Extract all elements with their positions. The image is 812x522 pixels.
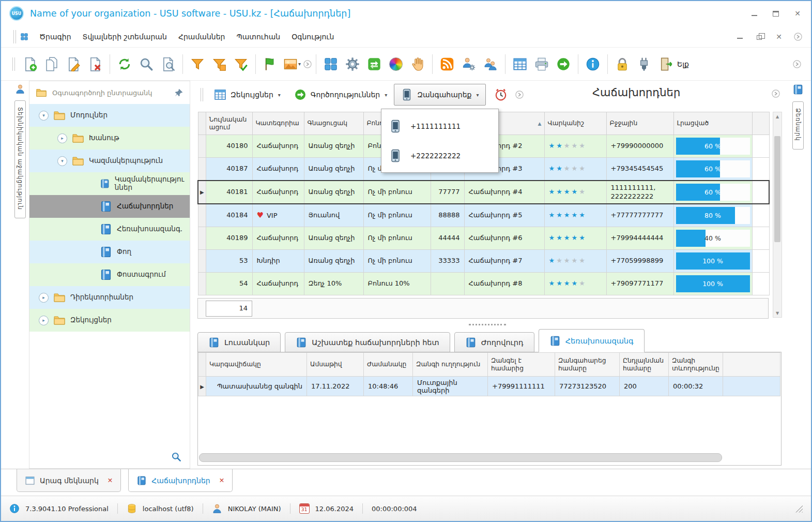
sidebar-item-money[interactable]: Փող <box>29 241 190 263</box>
column-header-mobile[interactable]: Բջջային <box>606 112 673 135</box>
tab-work-with-clients[interactable]: Աշխատեք հաճախորդների հետ <box>285 332 450 352</box>
maximize-button[interactable] <box>771 8 781 19</box>
tab-quick-start[interactable]: Արագ մեկնարկ ✕ <box>17 469 121 492</box>
table-row[interactable]: 40184 ♥VIP Յուանով Ոչ մի բոնուս 88888 Հա… <box>198 204 769 227</box>
column-header-time[interactable]: Ժամանակը <box>364 353 413 377</box>
sidebar-item-organizations[interactable]: Կազմակերպություններ <box>29 172 190 195</box>
user-roles-button[interactable] <box>458 52 480 77</box>
delete-record-button[interactable] <box>84 52 106 77</box>
column-header-date[interactable]: Ամսաթիվ <box>307 353 364 377</box>
sidebar-item-reports[interactable]: ▸ Զեկույցներ <box>29 309 190 332</box>
lock-button[interactable] <box>611 52 633 77</box>
manual-vertical-tab[interactable]: Ձեռնարկ <box>792 101 804 150</box>
filter-custom-button[interactable] <box>208 52 230 77</box>
reports-dropdown-button[interactable]: Զեկույցներ ▾ <box>207 84 287 106</box>
call-row[interactable]: ▶ Պատասխանեց զանգին 17.11.2022 10:48:46 … <box>198 377 780 396</box>
menubar-options-button[interactable] <box>793 32 803 41</box>
menu-database[interactable]: Տվյալների շտեմարան <box>77 30 173 43</box>
sidebar-item-modules[interactable]: ▾ Մոդուլներ <box>29 104 190 127</box>
report-table-button[interactable] <box>509 52 531 77</box>
table-row-selected[interactable]: ▶ 40181 Հաճախորդ Առանց զեղչի Ոչ մի բոնու… <box>198 181 769 204</box>
news-feed-button[interactable] <box>436 52 458 77</box>
image-button[interactable]: ▾ <box>281 52 303 77</box>
users-button[interactable] <box>480 52 501 77</box>
toolbar-more-button[interactable] <box>303 59 312 69</box>
actions-dropdown-button[interactable]: Գործողություններ ▾ <box>287 84 394 106</box>
table-row[interactable]: 40189 Հաճախորդ Առանց զեղչի Ոչ մի բոնուս … <box>198 227 769 250</box>
table-row[interactable]: 54 Հաճախորդ Զեղչ 10% Բոնուս 10% Հաճախորդ… <box>198 273 769 295</box>
module-toolbar-more-button[interactable] <box>515 90 524 99</box>
sidebar-item-clients[interactable]: Հաճախորդներ <box>29 195 190 218</box>
menu-help[interactable]: Օգնություն <box>286 30 340 43</box>
refresh-button[interactable] <box>114 52 135 77</box>
colors-button[interactable] <box>385 52 407 77</box>
column-header-price-list[interactable]: Գնացուցակ <box>304 112 363 135</box>
call-number-item[interactable]: +1111111111 <box>381 111 498 141</box>
tab-people[interactable]: Ժողովուրդ <box>454 332 534 352</box>
table-row[interactable]: 53 Խնդիր Առանց զեղչի Ոչ մի բոնուս 33333 … <box>198 250 769 273</box>
close-button[interactable]: ✕ <box>792 8 803 19</box>
scrollbar-thumb[interactable] <box>774 136 780 242</box>
column-header-direction[interactable]: Զանգի ուղղություն <box>413 353 488 377</box>
sidebar-item-mailing[interactable]: Փոստագրում <box>29 263 190 286</box>
column-header-progress[interactable]: Լրացված <box>673 112 752 135</box>
edit-record-button[interactable] <box>63 52 84 77</box>
add-record-button[interactable] <box>19 52 41 77</box>
resize-grip[interactable] <box>795 505 803 513</box>
minimize-button[interactable] <box>749 8 759 19</box>
flag-button[interactable] <box>259 52 281 77</box>
sidebar-item-organization[interactable]: ▾ Կազմակերպություն <box>29 150 190 172</box>
mdi-restore-button[interactable] <box>754 32 764 42</box>
menu-commands[interactable]: Հրամաններ <box>173 30 231 43</box>
pin-icon[interactable] <box>174 88 183 97</box>
filter-apply-button[interactable] <box>230 52 252 77</box>
menu-window[interactable]: Պատուհան <box>231 30 286 43</box>
expand-icon[interactable]: ▸ <box>39 316 49 325</box>
expand-icon[interactable]: ▸ <box>57 133 67 143</box>
column-header-extension[interactable]: Ընդլայնման համարը <box>620 353 669 377</box>
column-header-from-number[interactable]: Զանգել է համարից <box>488 353 555 377</box>
panel-options-button[interactable] <box>771 89 780 98</box>
vertical-scrollbar[interactable]: ▲ ▼ <box>773 112 782 318</box>
splitter-handle[interactable] <box>197 320 777 329</box>
go-button[interactable] <box>553 52 574 77</box>
tab-phone-call[interactable]: Հեռախոսազանգ <box>539 329 645 352</box>
close-tab-icon[interactable]: ✕ <box>219 476 224 484</box>
scrollbar-thumb[interactable] <box>199 453 722 462</box>
sidebar-item-shop[interactable]: ▸ Խանութ <box>29 127 190 150</box>
mdi-minimize-button[interactable] <box>734 32 745 42</box>
print-button[interactable] <box>531 52 553 77</box>
tab-clients[interactable]: Հաճախորդներ ✕ <box>128 469 233 492</box>
column-header-rating[interactable]: Վարկանիշ <box>544 112 606 135</box>
sidebar-item-directories[interactable]: ▸ Դիրեկտորիաներ <box>29 286 190 309</box>
collapse-icon[interactable]: ▾ <box>57 156 67 166</box>
call-dropdown-button[interactable]: Զանգահարեք ▾ <box>394 84 485 106</box>
expand-icon[interactable]: ▸ <box>39 293 49 303</box>
scroll-up-icon[interactable]: ▲ <box>773 112 782 121</box>
call-number-item[interactable]: +2222222222 <box>381 141 498 170</box>
exit-button[interactable]: Ելք <box>655 52 693 77</box>
hand-button[interactable] <box>407 52 428 77</box>
column-header-id[interactable]: Նույնականացում <box>206 112 252 135</box>
column-header-category[interactable]: Կատեգորիա <box>252 112 304 135</box>
search-button[interactable] <box>135 52 157 77</box>
tiles-view-button[interactable] <box>320 52 342 77</box>
sidebar-item-phone-calls[interactable]: Հեռախոսազանգ. <box>29 218 190 241</box>
settings-button[interactable] <box>342 52 363 77</box>
column-header-duration[interactable]: Զանգի տևողությունը <box>669 353 723 377</box>
toolbar-options-button[interactable] <box>792 59 802 69</box>
collapse-icon[interactable]: ▾ <box>39 111 49 121</box>
horizontal-scrollbar[interactable] <box>199 453 722 464</box>
info-button[interactable] <box>582 52 604 77</box>
close-tab-icon[interactable]: ✕ <box>108 476 113 484</box>
plugin-button[interactable] <box>633 52 655 77</box>
support-vertical-tab[interactable]: Տեխնիկական աջակցություն <box>14 100 26 218</box>
column-header-to-number[interactable]: Զանգահարեց համարը <box>555 353 620 377</box>
filter-button[interactable] <box>187 52 208 77</box>
clock-icon[interactable] <box>494 88 508 101</box>
scroll-down-icon[interactable]: ▼ <box>773 309 782 317</box>
menu-program[interactable]: Ծրագիր <box>34 30 77 43</box>
tab-photo[interactable]: Լուսանկար <box>197 332 281 352</box>
import-export-button[interactable] <box>363 52 385 77</box>
advanced-search-button[interactable] <box>157 52 179 77</box>
